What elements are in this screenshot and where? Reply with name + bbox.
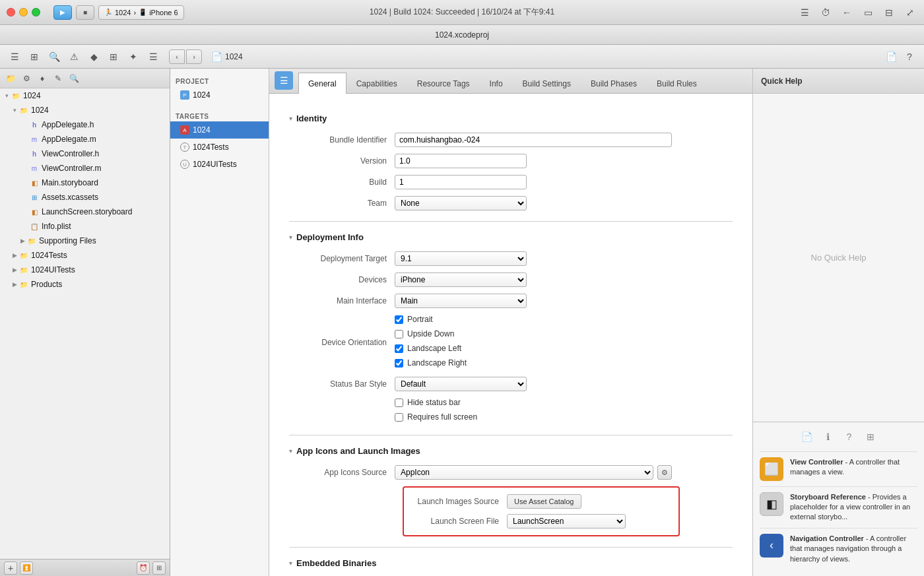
use-asset-catalog-button[interactable]: Use Asset Catalog — [507, 494, 581, 509]
nav-item-target-1024[interactable]: A 1024 — [170, 121, 269, 139]
sidebar-item-infoplist[interactable]: 📋 Info.plist — [0, 219, 170, 234]
git-icon[interactable]: ✦ — [125, 49, 141, 65]
sidebar-item-launchscreen[interactable]: ◧ LaunchScreen.storyboard — [0, 205, 170, 219]
qh-info-icon[interactable]: ℹ — [820, 429, 836, 445]
back-nav-button[interactable]: ‹ — [169, 49, 185, 64]
gear-button[interactable]: ⚙ — [657, 465, 672, 480]
device-orientation-row: Device Orientation Portrait Upside Down — [289, 315, 733, 370]
embedded-binaries-section-header[interactable]: ▾ Embedded Binaries — [289, 558, 733, 568]
nav-item-project[interactable]: P 1024 — [170, 86, 269, 104]
tab-info[interactable]: Info — [480, 73, 513, 94]
tab-capabilities[interactable]: Capabilities — [346, 73, 407, 94]
launch-screen-file-select[interactable]: LaunchScreen — [507, 514, 626, 528]
panel-icon[interactable]: ▭ — [861, 5, 875, 20]
build-label: Build — [289, 177, 395, 187]
deployment-target-select[interactable]: 9.1 — [395, 251, 527, 266]
sidebar-item-main-storyboard[interactable]: ◧ Main.storyboard — [0, 176, 170, 190]
sidebar-toggle-icon[interactable]: ☰ — [7, 49, 22, 65]
version-input[interactable] — [395, 154, 527, 168]
inspector-icon[interactable]: 📄 — [883, 49, 899, 65]
app-icons-source-select[interactable]: AppIcon — [395, 465, 653, 480]
tab-general[interactable]: General — [298, 73, 346, 94]
sidebar-item-products[interactable]: ▶ 📁 Products — [0, 277, 170, 292]
deployment-section-header[interactable]: ▾ Deployment Info — [289, 232, 733, 242]
expand-icon[interactable]: ⤢ — [903, 5, 917, 20]
tab-build-settings[interactable]: Build Settings — [513, 73, 581, 94]
upside-down-checkbox[interactable] — [395, 330, 403, 338]
devices-control: iPhone — [395, 272, 672, 287]
editor-icon[interactable]: ☰ — [797, 5, 812, 20]
version-control — [395, 154, 672, 168]
forward-nav-button[interactable]: › — [186, 49, 202, 64]
help-icon[interactable]: ? — [902, 49, 917, 65]
scheme-selector[interactable]: 🏃 1024 › 📱 iPhone 6 — [98, 5, 184, 20]
landscape-right-checkbox[interactable] — [395, 359, 403, 368]
identity-section-header[interactable]: ▾ Identity — [289, 113, 733, 123]
requires-full-screen-checkbox[interactable] — [395, 413, 403, 422]
tab-build-phases[interactable]: Build Phases — [581, 73, 647, 94]
sidebar-item-assets[interactable]: ⊞ Assets.xcassets — [0, 190, 170, 205]
deployment-section-title: Deployment Info — [296, 232, 364, 242]
sidebar-tool-3[interactable]: ♦ — [36, 72, 49, 85]
breakpoint-icon[interactable]: ◆ — [86, 49, 102, 65]
sidebar-item-supporting-files[interactable]: ▶ 📁 Supporting Files — [0, 234, 170, 248]
upside-down-row: Upside Down — [395, 329, 672, 338]
landscape-left-checkbox[interactable] — [395, 344, 403, 353]
portrait-label: Portrait — [407, 315, 433, 324]
sidebar-toolbar: 📁 ⚙ ♦ ✎ 🔍 — [0, 69, 170, 88]
qh-vc-icon: ⬜ — [760, 457, 783, 481]
add-file-button[interactable]: + — [4, 561, 17, 575]
sidebar-tool-2[interactable]: ⚙ — [20, 72, 33, 85]
sidebar-project-group[interactable]: ▾ 📁 1024 — [0, 103, 170, 117]
launch-images-source-control: Use Asset Catalog — [507, 494, 581, 509]
hide-status-bar-checkbox[interactable] — [395, 399, 403, 407]
portrait-checkbox[interactable] — [395, 315, 403, 324]
close-button[interactable] — [7, 8, 15, 16]
sidebar-item-viewcontroller-m[interactable]: m ViewController.m — [0, 161, 170, 176]
split-icon[interactable]: ⊟ — [882, 5, 896, 20]
maximize-button[interactable] — [32, 8, 40, 16]
qh-grid-icon[interactable]: ⊞ — [863, 429, 878, 445]
sidebar-item-appdelegate-m[interactable]: m AppDelegate.m — [0, 132, 170, 146]
devices-select[interactable]: iPhone — [395, 272, 527, 287]
filter-icon[interactable]: ⊞ — [26, 49, 42, 65]
version-editor-icon[interactable]: ⊞ — [106, 49, 121, 65]
sidebar-tool-5[interactable]: 🔍 — [67, 72, 81, 85]
tab-resource-tags[interactable]: Resource Tags — [407, 73, 480, 94]
spacer — [21, 121, 29, 128]
filter-sidebar-button[interactable]: ⏫ — [20, 561, 33, 575]
minimize-button[interactable] — [19, 8, 28, 16]
qh-help-icon[interactable]: ? — [842, 429, 857, 445]
bundle-identifier-input[interactable] — [395, 133, 672, 147]
landscape-left-label: Landscape Left — [407, 344, 461, 353]
sidebar-item-viewcontroller-h[interactable]: h ViewController.h — [0, 146, 170, 161]
build-input[interactable] — [395, 175, 527, 189]
sidebar-tool-1[interactable]: 📁 — [4, 72, 17, 85]
app-icons-section-header[interactable]: ▾ App Icons and Launch Images — [289, 446, 733, 456]
grid-button[interactable]: ⊞ — [152, 561, 166, 575]
warning-icon[interactable]: ⚠ — [66, 49, 82, 65]
sidebar-root-group[interactable]: ▾ 📁 1024 — [0, 88, 170, 103]
sidebar-item-1024tests[interactable]: ▶ 📁 1024Tests — [0, 248, 170, 263]
activity-icon[interactable]: ⏱ — [818, 5, 833, 20]
tabs-bar: ☰ General Capabilities Resource Tags Inf… — [269, 69, 752, 94]
deployment-target-label: Deployment Target — [289, 254, 395, 263]
main-interface-select[interactable]: Main — [395, 294, 527, 308]
bookmark-icon[interactable]: ☰ — [145, 49, 161, 65]
nav-item-target-tests[interactable]: T 1024Tests — [170, 139, 269, 156]
status-bar-select[interactable]: Default — [395, 377, 527, 391]
tab-build-rules[interactable]: Build Rules — [647, 73, 707, 94]
sidebar-item-1024uitests[interactable]: ▶ 📁 1024UITests — [0, 263, 170, 277]
sidebar-tool-4[interactable]: ✎ — [51, 72, 65, 85]
back-icon[interactable]: ← — [840, 5, 854, 20]
qh-file-icon[interactable]: 📄 — [799, 429, 815, 445]
section-divider-1 — [289, 221, 733, 222]
nav-item-target-uitests[interactable]: U 1024UITests — [170, 156, 269, 173]
stop-button[interactable]: ■ — [76, 5, 94, 20]
team-select[interactable]: None — [395, 196, 527, 210]
run-button[interactable]: ▶ — [53, 5, 72, 20]
search-icon[interactable]: 🔍 — [46, 49, 62, 65]
content-area: ☰ General Capabilities Resource Tags Inf… — [269, 69, 752, 576]
history-button[interactable]: ⏰ — [137, 561, 150, 575]
sidebar-item-appdelegate-h[interactable]: h AppDelegate.h — [0, 117, 170, 132]
